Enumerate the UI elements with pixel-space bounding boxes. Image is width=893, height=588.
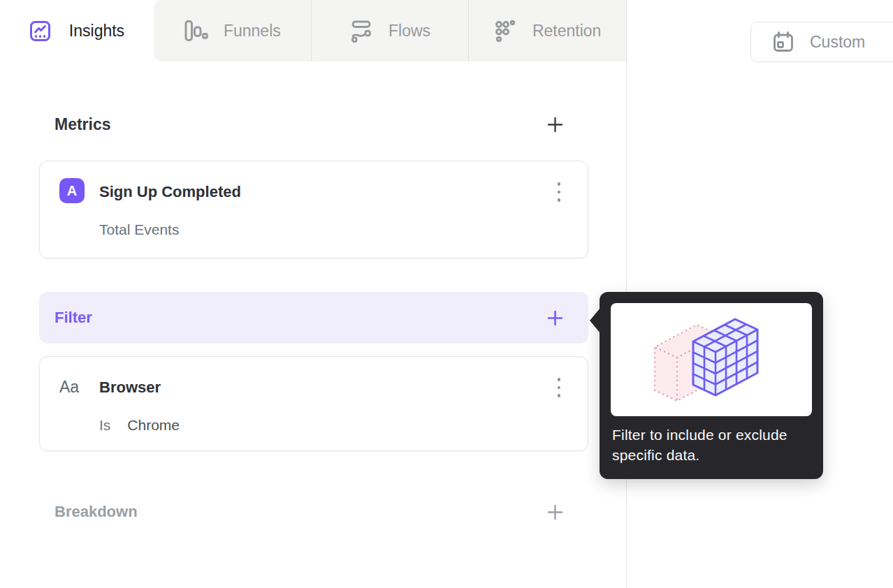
tooltip-illustration-panel	[611, 303, 812, 416]
tab-insights[interactable]: Insights	[0, 0, 154, 61]
calendar-icon	[772, 31, 794, 53]
metric-card-sign-up-completed[interactable]: A Sign Up Completed Total Events	[39, 161, 588, 258]
tab-retention-label: Retention	[532, 22, 601, 41]
metric-series-badge: A	[59, 178, 85, 203]
filter-title: Filter	[55, 309, 92, 327]
breakdown-title: Breakdown	[55, 503, 138, 521]
flow-icon	[349, 20, 373, 43]
kebab-menu-icon	[558, 378, 561, 381]
kebab-menu-icon	[558, 182, 561, 186]
line-chart-icon	[29, 20, 51, 42]
inactive-tab-strip: Funnels Flows Retention	[154, 0, 626, 61]
tooltip-text: Filter to include or exclude specific da…	[612, 425, 792, 465]
metrics-title: Metrics	[55, 115, 111, 134]
string-property-icon: Aa	[59, 378, 79, 397]
bar-chart-icon	[184, 20, 208, 43]
breakdown-section-header: Breakdown	[39, 492, 588, 532]
tab-insights-label: Insights	[69, 22, 124, 41]
tooltip-arrow	[590, 308, 600, 333]
plus-icon	[546, 115, 565, 134]
add-metric-button[interactable]	[543, 112, 567, 137]
metrics-section-header: Metrics	[39, 109, 588, 140]
filter-property-name: Browser	[99, 378, 161, 397]
date-range-custom-button[interactable]: Custom	[750, 22, 893, 62]
filter-operator[interactable]: Is	[99, 417, 110, 434]
metric-card-menu-button[interactable]	[549, 178, 569, 206]
add-filter-button[interactable]	[543, 306, 567, 330]
metric-measure[interactable]: Total Events	[99, 221, 179, 238]
filter-card-menu-button[interactable]	[549, 374, 569, 402]
plus-icon	[546, 503, 565, 522]
tab-retention[interactable]: Retention	[468, 0, 626, 61]
filter-section-row[interactable]: Filter	[39, 292, 588, 344]
tab-funnels[interactable]: Funnels	[154, 0, 311, 61]
metric-event-name: Sign Up Completed	[99, 183, 241, 201]
tab-flows[interactable]: Flows	[311, 0, 469, 61]
filter-card-browser[interactable]: Aa Browser Is Chrome	[39, 356, 588, 451]
date-range-label: Custom	[810, 33, 865, 52]
filter-value[interactable]: Chrome	[127, 417, 180, 434]
isometric-cubes-illustration	[611, 303, 812, 416]
plus-icon	[546, 309, 565, 328]
tab-flows-label: Flows	[389, 22, 430, 41]
tab-funnels-label: Funnels	[224, 22, 281, 41]
dot-grid-icon	[494, 19, 517, 43]
filter-tooltip: Filter to include or exclude specific da…	[600, 292, 823, 479]
add-breakdown-button[interactable]	[543, 500, 567, 524]
